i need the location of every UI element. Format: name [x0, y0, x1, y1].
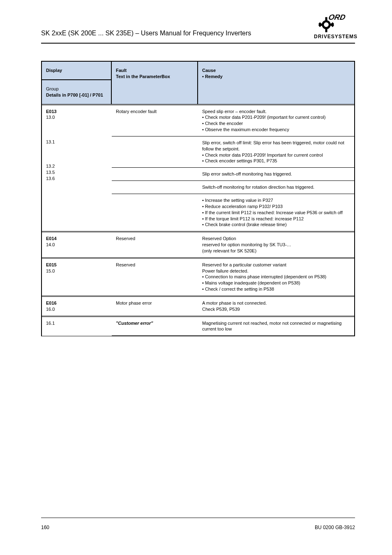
table-group: 16.1 "Customer error" Magnetising curren… [42, 317, 354, 337]
cause-text: Reserved Optionreserved for option monit… [198, 232, 354, 257]
header-rule [41, 43, 355, 44]
group-code: E015 [46, 262, 107, 268]
fault-text: Rotary encoder fault [112, 105, 198, 136]
group-subcode: 14.0 [46, 242, 107, 248]
table-row: Rotary encoder fault Speed slip error – … [112, 105, 354, 136]
fault-text: Reserved [112, 259, 198, 296]
nord-gear-icon: ORD [317, 12, 352, 33]
brand-subtext: DRIVESYSTEMS [314, 34, 355, 39]
table-group: E015 15.0 Reserved Reserved for a partic… [42, 259, 354, 297]
page-number: 160 [41, 525, 49, 530]
table-row: "Customer error" Magnetising current not… [112, 317, 354, 336]
table-row: Slip error, switch off limit: Slip error… [112, 136, 354, 167]
group-code: E016 [46, 300, 107, 306]
col-display-heading: Display [42, 62, 111, 80]
cause-text: Slip error, switch off limit: Slip error… [198, 136, 354, 167]
group-subcode: 13.5 [46, 169, 107, 176]
table-row: Motor phase error A motor phase is not c… [112, 297, 354, 316]
table-header: Display Group Details in P700 [-01] / P7… [42, 62, 354, 104]
group-code-cell: E016 16.0 [42, 297, 112, 316]
cause-text: Switch-off monitoring for rotation direc… [198, 180, 354, 194]
cause-text: Reserved for a particular customer varia… [198, 259, 354, 296]
col-cause-heading: Cause• Remedy [198, 62, 354, 104]
fault-text [112, 194, 198, 231]
col-group-label: Group [46, 86, 59, 91]
group-code-cell: E014 14.0 [42, 232, 112, 257]
fault-text: "Customer error" [112, 317, 198, 336]
fault-text: Motor phase error [112, 297, 198, 316]
svg-point-0 [323, 21, 330, 28]
col-group-detail: Details in P700 [-01] / P701 [46, 92, 103, 97]
svg-rect-2 [325, 29, 327, 32]
svg-rect-1 [325, 17, 327, 21]
group-code-cell: 16.1 [42, 317, 112, 336]
table-row: • Increase the setting value in P327• Re… [112, 194, 354, 231]
group-subcode: 16.0 [46, 306, 107, 312]
group-code-cell: E013 13.0 13.1 13.2 13.5 13.6 [42, 105, 112, 231]
cause-text: Speed slip error – encoder fault.• Check… [198, 105, 354, 136]
fault-text [112, 180, 198, 194]
group-subcode: 13.6 [46, 176, 107, 182]
group-subcode: 15.0 [46, 268, 107, 274]
group-subcode: 13.0 [46, 114, 107, 120]
table-group: E014 14.0 Reserved Reserved Optionreserv… [42, 232, 354, 259]
group-subcode: 13.2 [46, 163, 107, 169]
doc-id: BU 0200 GB-3912 [315, 525, 355, 530]
fault-table: Display Group Details in P700 [-01] / P7… [41, 61, 355, 336]
table-row: Reserved Reserved for a particular custo… [112, 259, 354, 296]
table-row: Slip error switch-off monitoring has tri… [112, 167, 354, 180]
table-group: E016 16.0 Motor phase error A motor phas… [42, 297, 354, 317]
group-code: E014 [46, 236, 107, 242]
cause-text: • Increase the setting value in P327• Re… [198, 194, 354, 231]
fault-text [112, 167, 198, 180]
cause-text: Magnetising current not reached, motor n… [198, 317, 354, 336]
group-subcode: 13.1 [46, 139, 107, 145]
col-fault-heading: FaultText in the ParameterBox [112, 62, 198, 104]
group-code: E013 [46, 109, 107, 115]
table-group: E013 13.0 13.1 13.2 13.5 13.6 Rotary enc… [42, 104, 354, 233]
page-title: SK 2xxE (SK 200E ... SK 235E) – Users Ma… [41, 30, 251, 37]
group-code-cell: E015 15.0 [42, 259, 112, 296]
brand-logo: ORD DRIVESYSTEMS [314, 12, 355, 39]
table-row: Switch-off monitoring for rotation direc… [112, 180, 354, 194]
cause-text: A motor phase is not connected.Check P53… [198, 297, 354, 316]
table-row: Reserved Reserved Optionreserved for opt… [112, 232, 354, 257]
fault-text [112, 136, 198, 167]
footer-rule [41, 518, 355, 518]
group-subcode: 16.1 [46, 320, 107, 326]
svg-text:ORD: ORD [328, 13, 346, 22]
cause-text: Slip error switch-off monitoring has tri… [198, 167, 354, 180]
fault-text: Reserved [112, 232, 198, 257]
